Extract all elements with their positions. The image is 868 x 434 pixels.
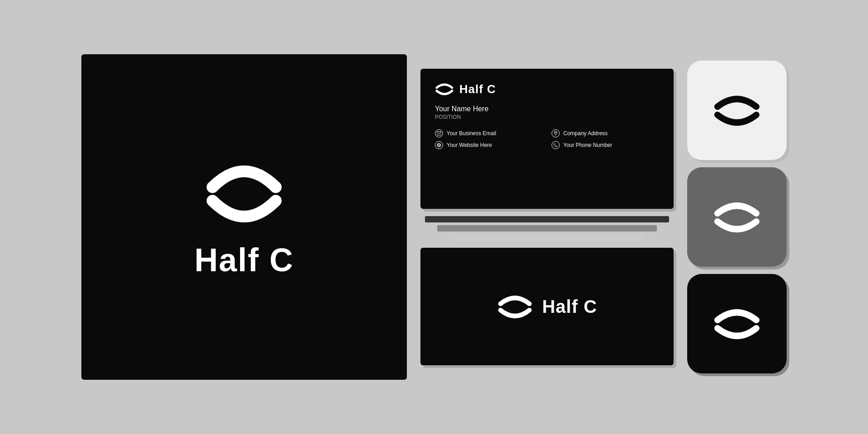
contact-phone: Your Phone Number	[552, 141, 659, 149]
logo-text-large: Half C	[194, 241, 294, 278]
divider-light	[449, 234, 645, 241]
icon-square-black	[687, 274, 787, 373]
business-card-back: Half C	[420, 248, 674, 365]
center-column: Half C Your Name Here POSITION Your Busi…	[420, 69, 674, 365]
card-person-name: Your Name Here	[435, 105, 659, 113]
logo-main-square: Half C	[81, 54, 407, 380]
website-icon	[435, 141, 443, 149]
phone-icon	[552, 141, 560, 149]
phone-label: Your Phone Number	[563, 142, 612, 148]
half-c-logo-card-back	[497, 292, 533, 321]
website-label: Your Website Here	[447, 142, 492, 148]
page-wrapper: Half C Half C Your Name Here POSITION	[0, 0, 868, 434]
half-c-logo-icon-black	[712, 304, 762, 344]
card-header: Half C	[435, 81, 659, 97]
icon-square-gray	[687, 167, 787, 267]
svg-point-1	[555, 132, 556, 133]
icon-square-white	[687, 61, 787, 160]
card-brand-name: Half C	[459, 82, 496, 96]
address-icon	[552, 129, 560, 137]
right-column	[687, 61, 787, 373]
contact-address: Company Address	[552, 129, 659, 137]
contact-email: Your Business Email	[435, 129, 542, 137]
card-position: POSITION	[435, 114, 659, 120]
email-icon	[435, 129, 443, 137]
half-c-logo-icon-white	[712, 90, 762, 130]
card-contact-grid: Your Business Email Company Address Your…	[435, 129, 659, 149]
card-stack-dividers	[420, 216, 674, 241]
card-back-brand-name: Half C	[542, 297, 597, 317]
contact-website: Your Website Here	[435, 141, 542, 149]
email-label: Your Business Email	[447, 130, 496, 137]
divider-dark	[425, 216, 669, 222]
address-label: Company Address	[563, 130, 608, 137]
half-c-logo-icon-gray	[712, 197, 762, 237]
business-card-front: Half C Your Name Here POSITION Your Busi…	[420, 69, 674, 209]
half-c-logo-card-front	[435, 81, 454, 97]
half-c-logo-large	[199, 156, 289, 228]
divider-mid	[437, 225, 657, 231]
